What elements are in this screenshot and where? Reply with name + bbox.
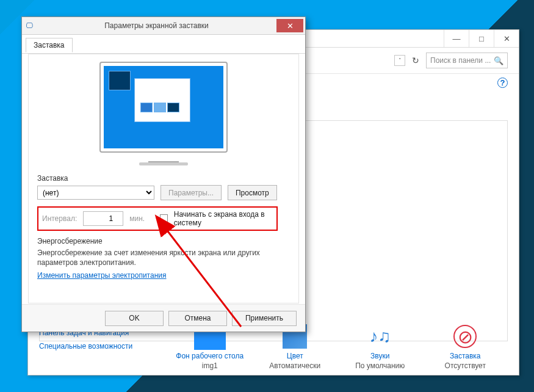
- dlg-titlebar: 🖵 Параметры экранной заставки ✕: [22, 17, 305, 35]
- breadcrumb-dropdown[interactable]: ˅: [394, 55, 405, 66]
- saver-section-label: Заставка: [37, 174, 290, 183]
- quick-color-value: Автоматически: [269, 361, 320, 370]
- quick-screensaver[interactable]: ⊘ Заставка Отсутствует: [423, 297, 508, 370]
- tab-screensaver[interactable]: Заставка: [26, 38, 73, 53]
- screensaver-select[interactable]: (нет): [37, 186, 154, 200]
- ok-button[interactable]: OK: [105, 311, 164, 326]
- quick-saver-label: Заставка: [450, 352, 481, 360]
- energy-title: Энергосбережение: [37, 237, 290, 245]
- quick-sound-value: По умолчанию: [355, 361, 405, 370]
- highlighted-row: Интервал: мин. Начинать с экрана входа в…: [37, 206, 278, 231]
- quick-sounds[interactable]: ♪♫ Звуки По умолчанию: [337, 297, 423, 370]
- monitor-screen-icon: [104, 66, 223, 148]
- help-icon[interactable]: ?: [497, 78, 508, 88]
- settings-button[interactable]: Параметры...: [161, 185, 222, 200]
- preview-monitor: [99, 62, 228, 165]
- energy-text: Энергосбережение за счет изменения яркос…: [37, 248, 290, 267]
- quick-sound-label: Звуки: [370, 352, 389, 360]
- quick-color-label: Цвет: [287, 352, 303, 360]
- search-placeholder: Поиск в панели ...: [430, 56, 491, 65]
- quick-bg-label: Фон рабочего стола: [176, 352, 244, 360]
- bgwin-close-button[interactable]: ✕: [494, 30, 519, 47]
- maximize-button[interactable]: □: [469, 30, 494, 47]
- link-ease-of-access[interactable]: Специальные возможности: [39, 342, 167, 350]
- energy-link[interactable]: Изменить параметры электропитания: [37, 271, 166, 280]
- quick-bg-value: img1: [202, 361, 218, 370]
- cancel-button[interactable]: Отмена: [168, 311, 227, 326]
- screensaver-icon: ⊘: [453, 325, 477, 348]
- apply-button[interactable]: Применить: [232, 311, 297, 326]
- search-icon: 🔍: [494, 56, 503, 65]
- sound-icon: ♪♫: [364, 322, 397, 350]
- quick-saver-value: Отсутствует: [445, 361, 486, 370]
- interval-unit: мин.: [129, 214, 145, 223]
- interval-spinner[interactable]: [83, 211, 123, 226]
- dlg-title: Параметры экранной заставки: [37, 21, 276, 30]
- logon-checkbox[interactable]: [160, 214, 168, 223]
- interval-label: Интервал:: [42, 214, 77, 223]
- minimize-button[interactable]: —: [444, 30, 469, 47]
- dlg-close-button[interactable]: ✕: [276, 19, 303, 32]
- search-input[interactable]: Поиск в панели ... 🔍: [426, 53, 508, 68]
- refresh-icon[interactable]: ↻: [410, 55, 421, 66]
- dlg-app-icon: 🖵: [22, 21, 37, 30]
- logon-checkbox-label: Начинать с экрана входа в систему: [174, 210, 273, 227]
- preview-button[interactable]: Просмотр: [228, 185, 277, 200]
- screensaver-dialog: 🖵 Параметры экранной заставки ✕ Заставка…: [21, 16, 306, 332]
